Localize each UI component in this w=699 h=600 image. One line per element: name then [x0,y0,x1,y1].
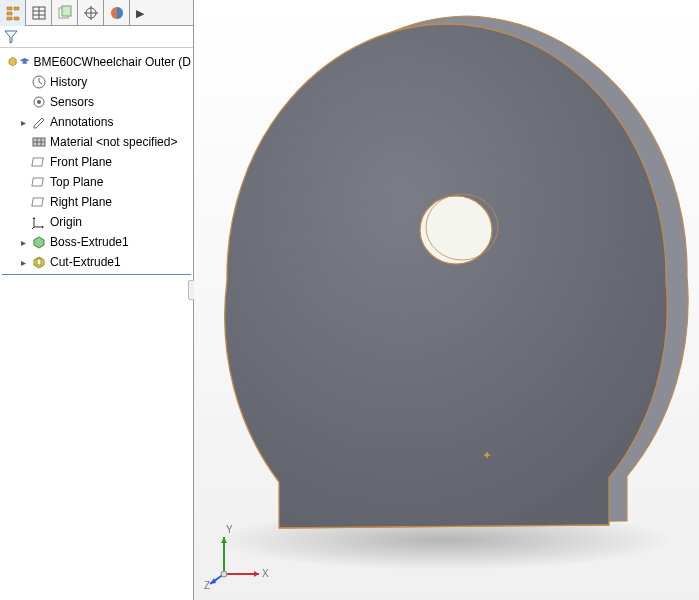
feature-tree: BME60CWheelchair Outer (D History Sensor… [0,48,193,279]
tab-property-manager[interactable] [26,0,52,26]
tree-item-cut-extrude[interactable]: ▸ Cut-Extrude1 [16,252,191,272]
tree-item-boss-extrude[interactable]: ▸ Boss-Extrude1 [16,232,191,252]
svg-point-29 [221,571,227,577]
triad-z-label: Z [204,580,210,589]
svg-marker-24 [254,571,259,577]
tree-item-label: Front Plane [50,155,112,169]
tree-end-divider [2,274,191,275]
dimxpert-icon [83,5,99,21]
history-icon [31,74,47,90]
tree-item-history[interactable]: History [16,72,191,92]
tree-item-label: Right Plane [50,195,112,209]
tab-display-manager[interactable] [104,0,130,26]
tree-item-front-plane[interactable]: Front Plane [16,152,191,172]
tree-item-origin[interactable]: Origin [16,212,191,232]
view-triad[interactable]: X Y Z [204,519,274,592]
grad-cap-icon [19,54,30,70]
tree-item-label: Top Plane [50,175,103,189]
tree-item-label: Boss-Extrude1 [50,235,129,249]
tree-item-right-plane[interactable]: Right Plane [16,192,191,212]
feature-tree-icon [5,5,21,21]
tree-item-sensors[interactable]: Sensors [16,92,191,112]
origin-icon [31,214,47,230]
material-icon [31,134,47,150]
tab-more[interactable]: ▶ [130,0,150,26]
cut-extrude-icon [31,254,47,270]
svg-rect-10 [23,62,27,64]
boss-extrude-icon [31,234,47,250]
tree-root-label: BME60CWheelchair Outer (D [34,55,191,69]
tree-item-label: History [50,75,87,89]
chevron-right-icon: ▶ [136,7,144,20]
tree-item-label: Sensors [50,95,94,109]
plane-icon [31,194,47,210]
tree-item-material[interactable]: Material <not specified> [16,132,191,152]
display-icon [109,5,125,21]
triad-x-label: X [262,568,269,579]
tab-feature-manager[interactable] [0,0,26,26]
plane-icon [31,154,47,170]
svg-point-21 [420,196,492,264]
svg-rect-5 [62,6,71,16]
funnel-icon [4,30,18,44]
panel-tab-bar: ▶ [0,0,193,26]
filter-row[interactable] [0,26,193,48]
plane-icon [31,174,47,190]
sensors-icon [31,94,47,110]
tree-item-top-plane[interactable]: Top Plane [16,172,191,192]
feature-tree-panel: ▶ BME60CWheelchair Outer (D History [0,0,194,600]
svg-point-13 [37,100,41,104]
tree-item-label: Origin [50,215,82,229]
tree-item-annotations[interactable]: ▸ Annotations [16,112,191,132]
tree-item-label: Cut-Extrude1 [50,255,121,269]
graphics-viewport[interactable]: X Y Z [194,0,699,600]
tree-root[interactable]: BME60CWheelchair Outer (D [2,52,191,72]
tree-item-label: Annotations [50,115,113,129]
triad-y-label: Y [226,524,233,535]
expand-toggle[interactable]: ▸ [18,237,28,248]
config-icon [57,5,73,21]
tab-dimxpert-manager[interactable] [78,0,104,26]
model-render [194,0,699,600]
property-icon [31,5,47,21]
expand-toggle[interactable]: ▸ [18,257,28,268]
tree-item-label: Material <not specified> [50,135,177,149]
svg-marker-28 [210,578,216,584]
tab-configuration-manager[interactable] [52,0,78,26]
svg-rect-18 [37,259,41,265]
part-icon [7,54,18,70]
tree-children: History Sensors ▸ Annotations Material <… [2,72,191,272]
expand-toggle[interactable]: ▸ [18,117,28,128]
svg-marker-26 [221,537,227,543]
annotations-icon [31,114,47,130]
